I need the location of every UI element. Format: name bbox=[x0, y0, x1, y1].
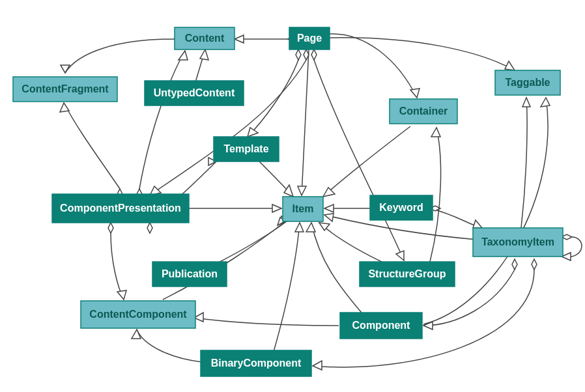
svg-marker-39 bbox=[306, 223, 315, 232]
svg-marker-42 bbox=[295, 223, 304, 232]
svg-marker-35 bbox=[313, 361, 322, 370]
node-content: Content bbox=[175, 27, 235, 49]
edge-binarycomponent-contentcomponent bbox=[137, 329, 202, 362]
label-item: Item bbox=[292, 203, 314, 214]
node-binarycomponent: BinaryComponent bbox=[201, 350, 311, 376]
node-item: Item bbox=[283, 197, 323, 221]
edge-page-item bbox=[302, 49, 309, 195]
node-template: Template bbox=[214, 137, 279, 161]
svg-marker-19 bbox=[272, 204, 281, 212]
svg-marker-6 bbox=[505, 61, 515, 70]
edge-structuregroup-item bbox=[319, 223, 384, 263]
node-page: Page bbox=[289, 27, 330, 49]
edge-page-template bbox=[248, 60, 298, 137]
svg-marker-13 bbox=[298, 186, 306, 195]
edge-taxonomy-self bbox=[562, 237, 582, 257]
svg-marker-41 bbox=[541, 98, 550, 107]
edge-component-contentcomponent bbox=[194, 318, 339, 326]
node-component: Component bbox=[340, 313, 422, 339]
svg-marker-8 bbox=[248, 128, 258, 137]
edge-taxonomy-taggable bbox=[521, 98, 527, 228]
svg-marker-25 bbox=[324, 204, 334, 212]
nodes: Content Page Taggable ContentFragment Un… bbox=[13, 27, 563, 376]
svg-marker-4 bbox=[235, 35, 244, 43]
edge-cp-contentcomponent bbox=[111, 233, 124, 300]
svg-marker-21 bbox=[117, 290, 126, 300]
svg-marker-34 bbox=[532, 259, 537, 270]
svg-marker-32 bbox=[512, 259, 517, 270]
label-container: Container bbox=[399, 105, 448, 117]
svg-marker-27 bbox=[473, 220, 482, 228]
label-component: Component bbox=[352, 320, 411, 331]
node-contentfragment: ContentFragment bbox=[13, 77, 117, 102]
label-untypedcontent: UntypedContent bbox=[154, 87, 235, 98]
svg-marker-22 bbox=[147, 223, 152, 233]
svg-marker-37 bbox=[319, 223, 330, 231]
edge-publication-item bbox=[215, 221, 287, 264]
node-publication: Publication bbox=[152, 262, 227, 287]
label-componentpresentation: ComponentPresentation bbox=[60, 203, 181, 214]
label-publication: Publication bbox=[162, 268, 218, 279]
svg-marker-7 bbox=[296, 49, 301, 60]
label-content: Content bbox=[185, 33, 225, 44]
svg-marker-5 bbox=[410, 89, 420, 98]
svg-marker-16 bbox=[60, 103, 69, 112]
node-componentpresentation: ComponentPresentation bbox=[52, 194, 189, 223]
svg-marker-11 bbox=[311, 49, 317, 60]
edge-page-structuregroup bbox=[314, 60, 404, 260]
edge-cp-content bbox=[139, 51, 185, 189]
edge-component-taggable bbox=[423, 98, 548, 324]
label-binarycomponent: BinaryComponent bbox=[211, 357, 302, 369]
edge-page-cp bbox=[150, 60, 306, 195]
label-page: Page bbox=[297, 33, 322, 44]
svg-marker-12 bbox=[396, 251, 404, 260]
svg-marker-31 bbox=[324, 214, 334, 221]
svg-marker-2 bbox=[200, 49, 208, 60]
node-keyword: Keyword bbox=[370, 195, 433, 220]
label-template: Template bbox=[223, 143, 268, 154]
edge-content-contentfragment bbox=[65, 39, 175, 73]
node-untypedcontent: UntypedContent bbox=[145, 81, 244, 105]
label-structuregroup: StructureGroup bbox=[368, 268, 446, 279]
edge-binarycomponent-item bbox=[274, 223, 300, 352]
svg-marker-24 bbox=[323, 188, 335, 197]
label-taxonomyitem: TaxonomyItem bbox=[481, 236, 554, 247]
node-taggable: Taggable bbox=[495, 70, 560, 95]
node-contentcomponent: ContentComponent bbox=[81, 301, 195, 328]
node-structuregroup: StructureGroup bbox=[360, 262, 455, 287]
edge-page-container bbox=[330, 34, 417, 98]
node-taxonomyitem: TaxonomyItem bbox=[473, 228, 563, 257]
svg-marker-30 bbox=[522, 98, 530, 107]
svg-marker-18 bbox=[178, 51, 188, 60]
uml-diagram: Content Page Taggable ContentFragment Un… bbox=[0, 0, 585, 392]
svg-marker-14 bbox=[284, 185, 293, 197]
label-keyword: Keyword bbox=[379, 202, 423, 213]
edge-container-item bbox=[323, 126, 410, 197]
svg-marker-20 bbox=[108, 223, 113, 233]
edge-contentcomponent-item bbox=[163, 221, 285, 300]
edge-cp-contentfragment bbox=[64, 103, 120, 189]
node-container: Container bbox=[390, 99, 457, 124]
label-contentcomponent: ContentComponent bbox=[89, 309, 187, 320]
label-taggable: Taggable bbox=[505, 77, 550, 88]
edge-page-taggable bbox=[330, 38, 515, 70]
svg-marker-38 bbox=[431, 128, 440, 137]
label-contentfragment: ContentFragment bbox=[21, 83, 109, 94]
edge-structuregroup-container bbox=[430, 128, 441, 262]
